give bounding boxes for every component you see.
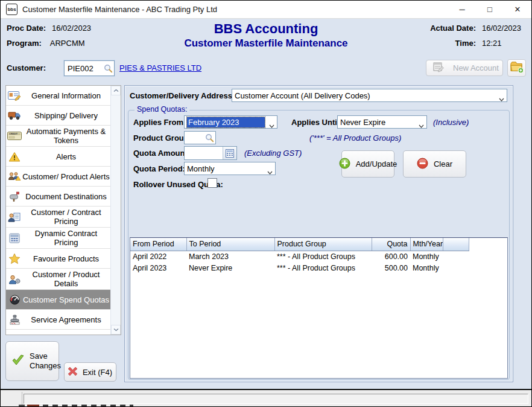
- sidebar-item-alerts[interactable]: Alerts: [6, 147, 110, 167]
- chevron-down-icon: [269, 121, 274, 129]
- col-from-period[interactable]: From Period: [130, 238, 186, 251]
- sidebar-item-customer-product-alerts[interactable]: Customer/ Product Alerts: [6, 167, 110, 187]
- product-group-input[interactable]: [184, 131, 216, 144]
- main-panel: Customer/Delivery Address: Customer Acco…: [124, 85, 513, 382]
- credit-card-icon: CREDIT: [7, 131, 22, 141]
- quota-amount-label: Quota Amount:: [133, 149, 190, 158]
- add-update-label: Add/Update: [356, 159, 397, 168]
- calculator-icon[interactable]: [223, 147, 236, 159]
- gauge-icon: [7, 295, 22, 305]
- applies-from-select[interactable]: February 2023: [184, 115, 277, 129]
- col-blank: [443, 238, 469, 251]
- svg-text:CREDIT: CREDIT: [9, 133, 18, 135]
- status-divider: [22, 392, 22, 406]
- star-icon: [7, 253, 22, 264]
- scroll-down-icon[interactable]: [111, 325, 121, 335]
- clear-label: Clear: [434, 159, 452, 168]
- sidebar-item-label: Customer / Product Details: [22, 269, 110, 289]
- open-account-folder-button[interactable]: [507, 59, 526, 77]
- spend-quotas-fieldset: Spend Quotas: Applies From: February 202…: [128, 110, 510, 380]
- person-gear-icon: [7, 274, 22, 284]
- sidebar-item-label: General Information: [22, 91, 110, 101]
- sidebar-item-label: Automatic Payments & Tokens: [22, 126, 110, 146]
- sidebar-item-label: Customer/ Product Alerts: [22, 171, 110, 182]
- sidebar-item-automatic-payments-tokens[interactable]: CREDITAutomatic Payments & Tokens: [6, 126, 110, 147]
- quota-amount-note: (Excluding GST): [244, 149, 302, 158]
- spend-quotas-legend: Spend Quotas:: [135, 105, 189, 114]
- time-value: 12:21: [482, 39, 525, 48]
- quota-amount-value: [185, 147, 223, 159]
- applies-until-value: Never Expire: [340, 118, 385, 127]
- new-account-button[interactable]: New Account: [426, 60, 503, 76]
- sidebar-list: General InformationShipping/ DeliveryCRE…: [6, 86, 110, 335]
- minus-circle-icon: [417, 158, 428, 171]
- col-quota[interactable]: Quota: [372, 238, 410, 251]
- sidebar-item-shipping-delivery[interactable]: Shipping/ Delivery: [6, 106, 110, 126]
- sidebar-item-dynamic-contract-pricing[interactable]: Dynamic Contract Pricing: [6, 228, 110, 249]
- sidebar-item-general-information[interactable]: General Information: [6, 86, 110, 106]
- sidebar-item-customer-contract-pricing[interactable]: Customer / Contract Pricing: [6, 207, 110, 228]
- app-window: bbs Customer Masterfile Maintenance - AB…: [0, 0, 532, 407]
- col-product-group[interactable]: Product Group: [274, 238, 372, 251]
- product-group-label: Product Group:: [133, 133, 191, 143]
- warning-icon: [7, 152, 22, 162]
- sidebar-item-service-agreements[interactable]: Service Agreements: [6, 310, 110, 330]
- exit-label: Exit (F4): [83, 368, 112, 377]
- save-changes-button[interactable]: Save Changes: [5, 341, 59, 381]
- table-row[interactable]: April 2022March 2023*** - All Product Gr…: [130, 251, 508, 262]
- check-icon: [11, 354, 25, 368]
- product-group-note: ('***' = All Product Groups): [309, 133, 401, 143]
- exit-button[interactable]: Exit (F4): [64, 362, 116, 382]
- table-row[interactable]: April 2023Never Expire*** - All Product …: [130, 262, 508, 274]
- sidebar-item-customer-spend-quotas[interactable]: Customer Spend Quotas: [6, 290, 110, 310]
- col-to-period[interactable]: To Period: [186, 238, 274, 251]
- search-icon[interactable]: [104, 64, 113, 75]
- inclusive-note: (Inclusive): [433, 118, 469, 127]
- person-doc-icon: [7, 212, 22, 222]
- quota-table-body: April 2022March 2023*** - All Product Gr…: [130, 251, 508, 274]
- chevron-down-icon: [419, 121, 424, 129]
- applies-until-label: Applies Until:: [291, 118, 342, 127]
- add-update-button[interactable]: Add/Update: [341, 150, 394, 178]
- new-account-label: New Account: [453, 63, 499, 72]
- customer-label: Customer:: [7, 63, 46, 72]
- plus-circle-icon: [339, 158, 350, 171]
- clear-button[interactable]: Clear: [403, 150, 466, 178]
- scroll-up-icon[interactable]: [111, 86, 121, 95]
- sidebar-scrollbar[interactable]: [110, 86, 121, 335]
- sidebar-item-customer-product-details[interactable]: Customer / Product Details: [6, 269, 110, 290]
- status-message-panel: [24, 394, 528, 404]
- delivery-address-select[interactable]: Customer Account (All Delivery Codes): [232, 89, 507, 102]
- quota-period-select[interactable]: Monthly: [184, 162, 276, 175]
- rollover-checkbox[interactable]: [207, 178, 217, 188]
- customer-code-input[interactable]: PIE002: [64, 60, 115, 76]
- folder-add-icon: [510, 60, 524, 76]
- sidebar-item-label: Document Destinations: [22, 191, 110, 202]
- quota-amount-input[interactable]: [184, 146, 237, 160]
- applies-until-select[interactable]: Never Expire: [337, 115, 427, 129]
- close-button[interactable]: ✕: [504, 1, 531, 19]
- time-label: Time:: [430, 39, 476, 48]
- actual-date-value: 16/02/2023: [482, 24, 525, 33]
- header-filler: [469, 238, 508, 251]
- quota-table: From Period To Period Product Group Quot…: [130, 237, 508, 379]
- search-icon[interactable]: [205, 133, 214, 145]
- applies-from-label: Applies From:: [133, 118, 186, 127]
- maximize-button[interactable]: □: [476, 1, 504, 19]
- customer-name-link[interactable]: PIES & PASTRIES LTD: [119, 63, 201, 72]
- sidebar-item-label: Service Agreements: [22, 315, 110, 325]
- x-icon: [68, 367, 77, 377]
- taskbar-edge: [1, 405, 531, 406]
- applies-from-value: February 2023: [187, 117, 265, 127]
- minimize-button[interactable]: ─: [448, 1, 476, 19]
- sidebar-item-label: Customer / Contract Pricing: [22, 207, 110, 226]
- stamp-icon: [7, 315, 22, 325]
- col-mth-year[interactable]: Mth/Year: [410, 238, 443, 251]
- sidebar-item-document-destinations[interactable]: Document Destinations: [6, 187, 110, 207]
- sidebar-item-favourite-products[interactable]: Favourite Products: [6, 249, 110, 269]
- delivery-address-label: Customer/Delivery Address:: [130, 91, 235, 100]
- app-logo-icon: bbs: [6, 4, 17, 15]
- chevron-down-icon: [267, 167, 273, 175]
- people-alert-icon: [7, 171, 22, 181]
- actual-date-label: Actual Date:: [430, 24, 476, 33]
